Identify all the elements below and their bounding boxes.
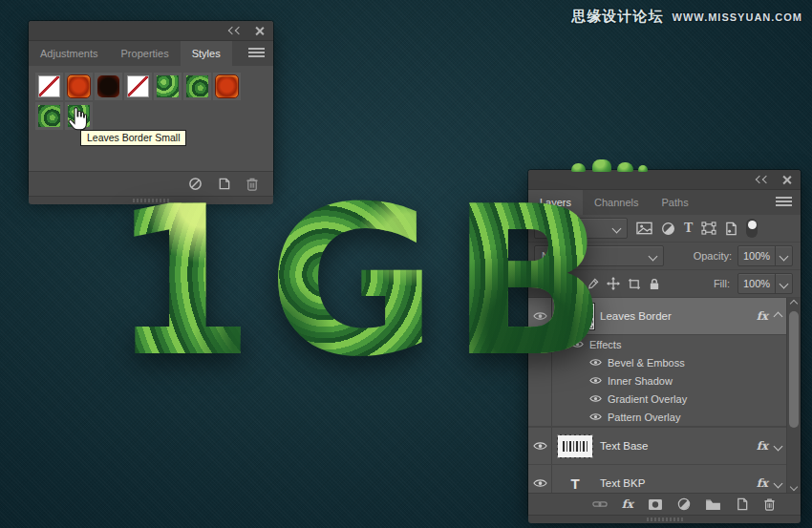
layer-row-text-bkp[interactable]: T Text BKP fx <box>528 465 801 493</box>
visibility-eye-icon[interactable] <box>589 412 602 421</box>
collapse-effects-icon[interactable] <box>774 311 783 321</box>
style-swatch-leaves[interactable] <box>154 73 182 100</box>
collapse-panel-icon[interactable] <box>229 28 242 33</box>
eye-column <box>528 428 552 464</box>
opacity-input[interactable]: 100% <box>737 245 793 266</box>
close-panel-icon[interactable] <box>255 27 264 35</box>
styles-panel-tabs: Adjustments Properties Styles <box>29 41 273 66</box>
layer-name[interactable]: Text BKP <box>600 477 645 489</box>
leaf-text-artwork: 1GB <box>111 180 621 386</box>
scroll-up-icon[interactable] <box>787 298 801 309</box>
style-tooltip: Leaves Border Small <box>80 130 186 146</box>
tab-properties[interactable]: Properties <box>110 41 181 66</box>
opacity-dropdown[interactable] <box>775 246 792 265</box>
styles-panel-titlebar <box>29 21 273 41</box>
watermark-site-name: 思缘设计论坛 <box>572 8 664 26</box>
layers-panel-toolbar: fx <box>528 493 801 515</box>
fx-badge[interactable]: fx <box>757 476 768 490</box>
expand-effects-icon[interactable] <box>774 478 783 488</box>
filter-pixel-layers-icon[interactable] <box>636 222 652 235</box>
leaf-tuft <box>592 159 611 172</box>
visibility-eye-icon[interactable] <box>533 478 547 488</box>
tab-styles[interactable]: Styles <box>181 41 232 66</box>
chevron-down-icon <box>649 251 658 261</box>
leaf-tuft <box>571 163 586 172</box>
panel-resize-grip[interactable] <box>647 517 683 521</box>
filter-smart-objects-icon[interactable] <box>725 222 737 236</box>
tab-paths[interactable]: Paths <box>651 190 700 215</box>
lock-all-icon[interactable] <box>649 278 660 290</box>
add-layer-style-button[interactable]: fx <box>622 497 633 511</box>
add-layer-mask-button[interactable] <box>648 498 663 511</box>
opacity-value[interactable]: 100% <box>738 250 775 262</box>
filter-adjustment-layers-icon[interactable] <box>661 222 675 236</box>
fx-badge[interactable]: fx <box>757 439 768 453</box>
leaf-tuft <box>617 162 633 172</box>
style-swatch-none[interactable] <box>124 73 152 100</box>
eye-column <box>528 408 552 426</box>
layers-panel-resize-strip <box>528 515 801 523</box>
scroll-down-icon[interactable] <box>787 481 801 493</box>
filter-toggle-switch[interactable] <box>746 219 758 238</box>
lock-artboard-icon[interactable] <box>628 278 641 290</box>
effect-row-pattern-overlay[interactable]: Pattern Overlay <box>528 408 801 426</box>
chevron-down-icon <box>780 279 789 288</box>
watermark: 思缘设计论坛 WWW.MISSYUAN.COM <box>572 8 802 26</box>
tab-adjustments[interactable]: Adjustments <box>29 41 110 66</box>
panel-menu-icon[interactable] <box>776 197 792 206</box>
fx-icon: fx <box>622 497 633 511</box>
chevron-down-icon <box>780 251 789 261</box>
link-layers-button[interactable] <box>592 499 608 509</box>
fill-dropdown[interactable] <box>775 274 792 293</box>
hand-cursor <box>67 107 88 132</box>
fill-label: Fill: <box>714 278 730 289</box>
eye-column <box>528 465 552 493</box>
new-adjustment-layer-button[interactable] <box>677 497 691 511</box>
layer-row-text-base[interactable]: Text Base fx <box>528 428 801 465</box>
styles-swatch-area <box>29 66 273 171</box>
style-swatch-leaves[interactable] <box>35 102 63 130</box>
style-swatch-leaves[interactable] <box>183 73 211 100</box>
watermark-site-url: WWW.MISSYUAN.COM <box>673 11 802 23</box>
fx-badge[interactable]: fx <box>757 309 768 323</box>
close-panel-icon[interactable] <box>782 176 791 184</box>
style-swatch-red-glow[interactable] <box>213 73 241 100</box>
style-swatch-dark-burn[interactable] <box>95 73 122 100</box>
effect-label: Pattern Overlay <box>608 412 680 423</box>
type-layer-icon[interactable]: T <box>558 475 592 492</box>
scrollbar-thumb[interactable] <box>789 311 799 428</box>
visibility-eye-icon[interactable] <box>533 441 547 451</box>
expand-effects-icon[interactable] <box>774 441 783 451</box>
fill-input[interactable]: 100% <box>737 273 793 294</box>
new-group-button[interactable] <box>705 498 721 511</box>
opacity-label: Opacity: <box>694 250 732 262</box>
style-swatch-none[interactable] <box>35 73 63 100</box>
delete-layer-button[interactable] <box>763 497 776 511</box>
panel-menu-icon[interactable] <box>248 48 265 57</box>
layer-list-scrollbar[interactable] <box>786 298 801 493</box>
filter-shape-layers-icon[interactable] <box>701 222 716 235</box>
layer-name[interactable]: Text Base <box>600 440 649 452</box>
style-swatch-red-glow[interactable] <box>65 73 93 100</box>
filter-type-layers-icon[interactable]: T <box>684 221 693 236</box>
leaf-tuft <box>638 165 648 172</box>
fill-value[interactable]: 100% <box>738 278 775 289</box>
new-layer-button[interactable] <box>736 497 749 511</box>
layer-thumbnail[interactable] <box>558 435 592 457</box>
collapse-panel-icon[interactable] <box>757 177 769 182</box>
